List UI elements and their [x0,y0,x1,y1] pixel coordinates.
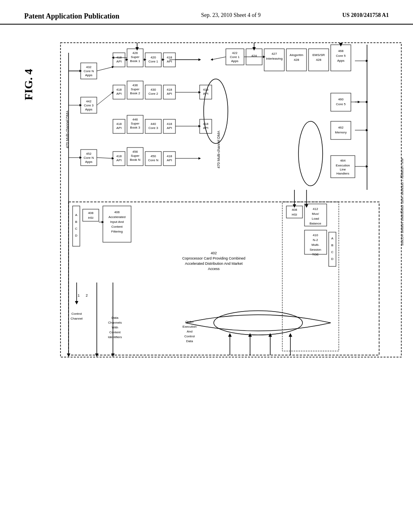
svg-text:Apps: Apps [337,59,344,62]
svg-text:Core N: Core N [83,69,94,73]
svg-text:426: 426 [132,51,138,55]
svg-text:418: 418 [116,154,122,158]
svg-text:Core 5: Core 5 [336,54,346,58]
svg-text:Book 3: Book 3 [130,126,140,129]
svg-text:A: A [75,213,77,217]
svg-text:Channel: Channel [71,317,83,320]
svg-line-173 [97,92,113,105]
svg-text:Access: Access [208,267,220,271]
svg-text:Load: Load [312,217,319,220]
svg-text:D: D [331,257,334,261]
svg-text:Core 5: Core 5 [336,102,346,106]
publication-title: Patent Application Publication [24,12,119,21]
svg-text:Core 3: Core 3 [84,104,94,107]
svg-text:API: API [117,92,122,96]
svg-text:406: 406 [114,210,120,214]
svg-text:418: 418 [116,88,122,91]
svg-text:422: 422 [232,51,238,55]
svg-text:Session: Session [310,248,321,251]
svg-text:Data: Data [186,339,193,343]
svg-text:470 Multi-channel DMA: 470 Multi-channel DMA [217,131,221,168]
svg-text:Super: Super [131,55,140,59]
patent-number: US 2010/241758 A1 [342,12,389,19]
svg-text:Content: Content [111,225,123,229]
svg-text:450: 450 [150,154,156,158]
svg-text:Execution: Execution [336,164,350,167]
svg-text:Accelerated Distribution And M: Accelerated Distribution And Market [185,262,243,266]
svg-text:446: 446 [132,118,138,121]
svg-text:Control: Control [71,312,82,316]
svg-text:418: 418 [167,56,172,59]
svg-text:Super: Super [131,122,140,125]
svg-text:API: API [167,92,172,96]
svg-text:D: D [75,234,77,237]
svg-text:N-2: N-2 [313,238,318,242]
svg-text:442: 442 [86,100,92,103]
sheet-info: Sep. 23, 2010 Sheet 4 of 9 [201,12,261,19]
svg-text:436: 436 [132,83,138,87]
svg-text:432: 432 [86,65,92,69]
svg-text:Core 1: Core 1 [148,60,159,63]
svg-text:Alogoritm: Alogoritm [290,53,303,57]
svg-text:Mux/: Mux/ [312,212,319,216]
svg-text:B: B [331,243,333,247]
svg-text:418: 418 [167,122,172,126]
svg-text:428: 428 [294,58,299,62]
svg-text:418: 418 [203,88,209,91]
svg-text:Apps: Apps [85,160,92,164]
svg-text:456: 456 [132,150,138,154]
svg-point-105 [298,121,323,186]
svg-text:Core N: Core N [148,158,159,162]
svg-text:Balance: Balance [310,222,321,225]
svg-text:418: 418 [116,122,122,126]
main-content: FIG. 4 400 Strategy Container With Integ… [0,25,413,506]
svg-text:412: 412 [313,207,318,211]
svg-text:API: API [117,126,122,130]
svg-line-172 [97,67,113,71]
svg-line-174 [97,158,113,158]
svg-text:Execution: Execution [182,325,196,328]
svg-text:460: 460 [338,98,344,101]
svg-text:420: 420 [150,56,156,59]
svg-text:Channels: Channels [108,321,122,324]
svg-text:Handlers: Handlers [336,172,349,175]
svg-text:440: 440 [150,122,156,126]
svg-text:C: C [75,227,77,231]
svg-line-186 [212,57,226,60]
svg-text:Data: Data [112,316,119,320]
svg-text:Line: Line [340,168,346,171]
svg-text:API: API [117,158,122,162]
svg-text:Input And: Input And [110,220,124,224]
svg-text:Multi-: Multi- [311,243,319,247]
svg-text:Coprocessor Card Providing Com: Coprocessor Card Providing Combined [182,256,246,260]
svg-text:Apps: Apps [231,59,238,63]
svg-text:Book 1: Book 1 [130,59,140,63]
svg-text:427: 427 [271,52,277,56]
svg-rect-0 [60,43,401,357]
svg-text:Book N: Book N [130,158,140,162]
svg-text:API: API [167,60,172,63]
svg-text:Core 2: Core 2 [148,92,159,96]
svg-text:HSI: HSI [292,213,297,216]
page-header: Patent Application Publication Sep. 23, … [0,0,413,25]
svg-text:408: 408 [88,211,94,215]
svg-text:400 Strategy Container With In: 400 Strategy Container With Integrated M… [400,158,403,246]
svg-text:API: API [167,126,172,130]
svg-text:C: C [331,250,334,254]
svg-text:Filtering: Filtering [111,230,123,233]
diagram-wrapper: 400 Strategy Container With Integrated M… [56,41,393,498]
svg-text:402: 402 [211,251,217,255]
svg-text:418: 418 [167,88,172,91]
svg-text:Accelerated: Accelerated [108,215,125,219]
figure-label: FIG. 4 [22,69,35,100]
svg-text:410: 410 [313,233,318,237]
svg-text:452: 452 [86,152,92,156]
svg-text:And: And [187,330,192,333]
svg-text:Core 1: Core 1 [230,55,240,59]
svg-text:Super: Super [131,154,140,158]
svg-text:B: B [75,220,77,224]
svg-text:464: 464 [340,159,346,162]
svg-text:EMS/SR: EMS/SR [313,53,325,57]
svg-text:462: 462 [338,126,344,129]
svg-text:API: API [167,158,172,162]
